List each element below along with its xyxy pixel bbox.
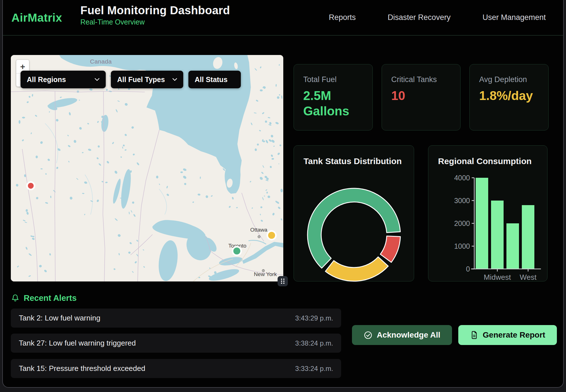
map-canvas: CanadaOttawaTorontoNew York	[11, 55, 283, 281]
fuel-type-filter-select[interactable]: All Fuel Types	[111, 71, 183, 88]
tank-marker-critical[interactable]	[27, 182, 34, 189]
map-island	[243, 147, 246, 151]
bar-region-0	[476, 178, 488, 269]
alert-row: Tank 2: Low fuel warning 3:43:29 p.m.	[11, 309, 341, 328]
regional-consumption-chart-card: 01000200030004000MidwestWest Regional Co…	[428, 145, 547, 281]
bar-region-2	[506, 223, 519, 269]
stat-card-total-fuel: Total Fuel 2.5M Gallons	[294, 64, 373, 130]
stat-label: Total Fuel	[303, 75, 363, 84]
page-title: Fuel Monitoring Dashboard	[80, 4, 230, 17]
alert-text: Tank 15: Pressure threshold exceeded	[19, 364, 145, 373]
check-circle-icon	[364, 331, 372, 340]
stat-label: Critical Tanks	[391, 75, 451, 84]
alert-timestamp: 3:43:29 p.m.	[295, 314, 333, 322]
fuel-monitoring-dashboard: AirMatrix Fuel Monitoring Dashboard Real…	[0, 0, 566, 392]
tank-status-chart-card: Tank Status Distribution	[294, 145, 414, 281]
app-logo: AirMatrix	[11, 11, 62, 24]
stat-value: 10	[391, 88, 450, 103]
y-axis-tick-label: 3000	[454, 197, 470, 205]
region-filter-value: All Regions	[27, 75, 66, 84]
drag-grip-icon	[280, 278, 286, 285]
page-title-block: Fuel Monitoring Dashboard Real-Time Over…	[80, 4, 230, 26]
generate-report-label: Generate Report	[483, 330, 545, 340]
map-viewport: CanadaOttawaTorontoNew York + − All Regi…	[11, 55, 283, 281]
bar-region-1	[491, 201, 504, 269]
alert-row: Tank 15: Pressure threshold exceeded 3:3…	[11, 359, 341, 378]
y-axis-tick-label: 1000	[454, 242, 470, 250]
header: AirMatrix Fuel Monitoring Dashboard Real…	[3, 0, 563, 36]
bar-region-3	[522, 205, 534, 269]
region-filter-select[interactable]: All Regions	[21, 71, 106, 88]
stat-value: 1.8%/​day	[479, 88, 538, 103]
stat-label: Avg Depletion	[479, 75, 539, 84]
page-subtitle: Real-Time Overview	[80, 18, 230, 26]
report-document-icon	[470, 331, 479, 339]
alert-timestamp: 3:38:24 p.m.	[295, 339, 333, 347]
donut-segment-critical	[380, 236, 400, 262]
y-axis-tick-label: 0	[466, 265, 470, 273]
map-town-dot-center	[263, 270, 264, 271]
alert-text: Tank 2: Low fuel warning	[19, 314, 100, 322]
alert-row: Tank 27: Low fuel warning triggered 3:38…	[11, 334, 341, 353]
alert-text: Tank 27: Low fuel warning triggered	[19, 339, 136, 348]
map-filter-bar: All Regions All Fuel Types All Status	[21, 71, 241, 88]
recent-alerts-header: Recent Alerts	[11, 293, 77, 303]
chart-title: Regional Consumption	[438, 156, 532, 166]
recent-alerts-title: Recent Alerts	[24, 293, 77, 303]
bell-icon	[11, 294, 20, 303]
map-resize-handle[interactable]	[278, 276, 288, 286]
generate-report-button[interactable]: Generate Report	[458, 325, 557, 345]
tank-marker-normal[interactable]	[233, 247, 241, 255]
map-town-dot-center	[259, 236, 260, 237]
tank-marker-warning[interactable]	[267, 231, 276, 240]
chevron-down-icon	[95, 78, 99, 81]
stat-card-critical-tanks: Critical Tanks 10	[382, 64, 461, 130]
alert-timestamp: 3:33:24 p.m.	[295, 365, 333, 373]
nav-item-disaster-recovery[interactable]: Disaster Recovery	[388, 13, 451, 22]
main-nav: Reports Disaster Recovery User Managemen…	[329, 0, 546, 35]
map-city-label-ottawa: Ottawa	[250, 227, 268, 233]
status-filter-value: All Status	[195, 75, 227, 84]
map-city-label-new-york: New York	[254, 271, 277, 277]
fuel-type-filter-value: All Fuel Types	[117, 75, 165, 84]
x-axis-tick-label: West	[520, 273, 537, 281]
donut-segment-warning	[325, 257, 388, 281]
acknowledge-all-button[interactable]: Acknowledge All	[352, 325, 452, 345]
status-filter-select[interactable]: All Status	[188, 71, 241, 88]
chart-title: Tank Status Distribution	[304, 156, 402, 166]
x-axis-tick-label: Midwest	[484, 273, 511, 281]
chevron-down-icon	[172, 78, 177, 81]
y-axis-tick-label: 4000	[454, 174, 470, 182]
tank-map[interactable]: CanadaOttawaTorontoNew York + − All Regi…	[11, 55, 283, 281]
stat-card-avg-depletion: Avg Depletion 1.8%/​day	[469, 64, 549, 130]
acknowledge-all-label: Acknowledge All	[377, 330, 440, 340]
map-country-label: Canada	[90, 58, 112, 65]
stat-cards: Total Fuel 2.5M Gallons Critical Tanks 1…	[294, 64, 549, 130]
nav-item-reports[interactable]: Reports	[329, 13, 356, 22]
stat-value: 2.5M Gallons	[303, 88, 362, 119]
y-axis-tick-label: 2000	[454, 219, 470, 227]
nav-item-user-management[interactable]: User Management	[482, 13, 546, 22]
